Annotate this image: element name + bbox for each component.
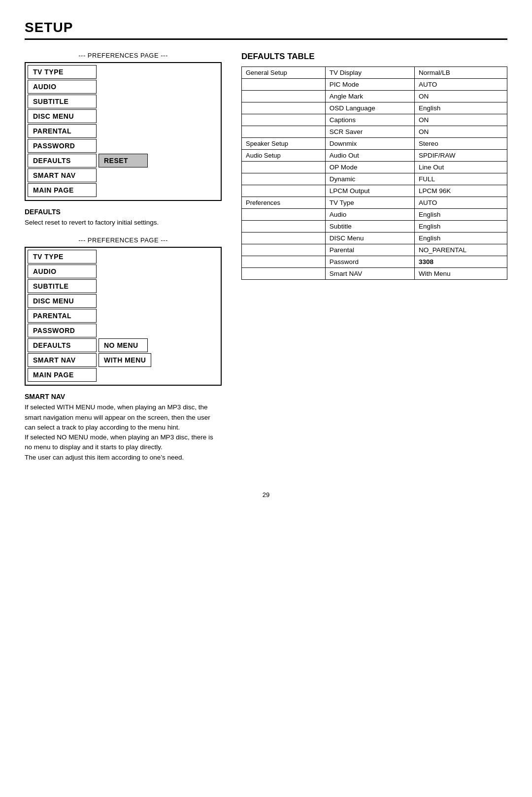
defaults-title: DEFAULTS — [25, 208, 222, 216]
table-cell-item: OSD Language — [325, 102, 414, 114]
table-cell-item: Parental — [325, 244, 414, 256]
menu-box-1: TV TYPE AUDIO SUBTITLE DISC MENU PARENTA… — [25, 62, 222, 201]
table-row: OP ModeLine Out — [242, 162, 507, 173]
table-cell-value: English — [415, 102, 507, 114]
with-menu-button[interactable]: WITH MENU — [99, 353, 151, 367]
table-cell-value: FULL — [415, 173, 507, 185]
table-cell-value: With Menu — [415, 268, 507, 280]
table-row: Password3308 — [242, 256, 507, 268]
table-cell-section — [242, 268, 326, 280]
menu-row-main-page-1: MAIN PAGE — [28, 183, 219, 197]
table-cell-section — [242, 126, 326, 138]
table-cell-section — [242, 91, 326, 102]
menu-item-tv-type[interactable]: TV TYPE — [28, 65, 97, 79]
menu-item-smart-nav-1[interactable]: SMART NAV — [28, 168, 97, 182]
defaults-text: Select reset to revert to factory initia… — [25, 218, 222, 228]
table-row: OSD LanguageEnglish — [242, 102, 507, 114]
table-cell-section — [242, 244, 326, 256]
table-row: PreferencesTV TypeAUTO — [242, 197, 507, 209]
smart-nav-title: SMART NAV — [25, 393, 222, 400]
menu-item-subtitle[interactable]: SUBTITLE — [28, 95, 97, 108]
menu-row-parental: PARENTAL — [28, 124, 219, 138]
menu-item-defaults-2[interactable]: DEFAULTS — [28, 338, 97, 352]
menu-row-defaults-2: DEFAULTS NO MENU — [28, 338, 219, 352]
table-cell-item: DISC Menu — [325, 232, 414, 244]
table-cell-value: ON — [415, 91, 507, 102]
table-row: AudioEnglish — [242, 209, 507, 221]
menu-item-smart-nav-2[interactable]: SMART NAV — [28, 353, 97, 367]
table-cell-value: AUTO — [415, 197, 507, 209]
table-row: LPCM OutputLPCM 96K — [242, 185, 507, 197]
defaults-table: General SetupTV DisplayNormal/LBPIC Mode… — [241, 66, 507, 280]
table-cell-section: Speaker Setup — [242, 138, 326, 150]
table-row: ParentalNO_PARENTAL — [242, 244, 507, 256]
table-cell-section: Preferences — [242, 197, 326, 209]
table-cell-value: ON — [415, 114, 507, 126]
table-row: General SetupTV DisplayNormal/LB — [242, 67, 507, 79]
table-cell-section — [242, 256, 326, 268]
page-title: SETUP — [25, 20, 507, 40]
table-row: PIC ModeAUTO — [242, 79, 507, 91]
table-cell-section: Audio Setup — [242, 150, 326, 162]
menu-row-password: PASSWORD — [28, 139, 219, 153]
table-cell-item: PIC Mode — [325, 79, 414, 91]
menu-item-parental[interactable]: PARENTAL — [28, 124, 97, 138]
table-cell-section — [242, 209, 326, 221]
menu-item-password[interactable]: PASSWORD — [28, 139, 97, 153]
left-column: --- PREFERENCES PAGE --- TV TYPE AUDIO S… — [25, 52, 222, 471]
table-cell-value: ON — [415, 126, 507, 138]
table-cell-item: SCR Saver — [325, 126, 414, 138]
table-cell-section — [242, 114, 326, 126]
menu-row-defaults: DEFAULTS RESET — [28, 154, 219, 167]
menu-row-disc-menu-2: DISC MENU — [28, 294, 219, 308]
menu-row-subtitle-2: SUBTITLE — [28, 279, 219, 293]
table-row: Angle MarkON — [242, 91, 507, 102]
table-row: Speaker SetupDownmixStereo — [242, 138, 507, 150]
menu-item-main-page-2[interactable]: MAIN PAGE — [28, 368, 97, 382]
table-cell-section — [242, 162, 326, 173]
table-cell-value: Normal/LB — [415, 67, 507, 79]
defaults-description: DEFAULTS Select reset to revert to facto… — [25, 208, 222, 228]
reset-button[interactable]: RESET — [99, 154, 148, 167]
menu-row-main-page-2: MAIN PAGE — [28, 368, 219, 382]
table-cell-value: AUTO — [415, 79, 507, 91]
menu-item-main-page-1[interactable]: MAIN PAGE — [28, 183, 97, 197]
menu-item-disc-menu[interactable]: DISC MENU — [28, 109, 97, 123]
table-cell-item: Dynamic — [325, 173, 414, 185]
table-cell-value: 3308 — [415, 256, 507, 268]
menu-row-tv-type: TV TYPE — [28, 65, 219, 79]
menu-item-tv-type-2[interactable]: TV TYPE — [28, 250, 97, 264]
table-row: Audio SetupAudio OutSPDIF/RAW — [242, 150, 507, 162]
table-cell-item: Captions — [325, 114, 414, 126]
no-menu-button[interactable]: NO MENU — [99, 338, 148, 352]
table-cell-item: Audio Out — [325, 150, 414, 162]
defaults-table-title: DEFAULTS TABLE — [241, 52, 507, 62]
menu-row-disc-menu: DISC MENU — [28, 109, 219, 123]
table-cell-value: NO_PARENTAL — [415, 244, 507, 256]
table-row: SCR SaverON — [242, 126, 507, 138]
table-cell-value: Stereo — [415, 138, 507, 150]
menu-box-2: TV TYPE AUDIO SUBTITLE DISC MENU PARENTA… — [25, 247, 222, 386]
menu-item-audio-2[interactable]: AUDIO — [28, 265, 97, 278]
table-row: CaptionsON — [242, 114, 507, 126]
page-number: 29 — [25, 491, 507, 498]
table-row: DISC MenuEnglish — [242, 232, 507, 244]
table-cell-section: General Setup — [242, 67, 326, 79]
table-cell-item: Subtitle — [325, 221, 414, 232]
table-cell-value: English — [415, 221, 507, 232]
menu-item-audio[interactable]: AUDIO — [28, 80, 97, 94]
menu-row-smart-nav-2: SMART NAV WITH MENU — [28, 353, 219, 367]
table-cell-item: TV Type — [325, 197, 414, 209]
table-cell-value: Line Out — [415, 162, 507, 173]
menu-item-parental-2[interactable]: PARENTAL — [28, 309, 97, 323]
right-column: DEFAULTS TABLE General SetupTV DisplayNo… — [241, 52, 507, 280]
smart-nav-text: If selected WITH MENU mode, when playing… — [25, 402, 222, 463]
menu-row-audio-2: AUDIO — [28, 265, 219, 278]
table-cell-section — [242, 232, 326, 244]
pref-label-1: --- PREFERENCES PAGE --- — [25, 52, 222, 59]
menu-item-defaults[interactable]: DEFAULTS — [28, 154, 97, 167]
menu-item-password-2[interactable]: PASSWORD — [28, 324, 97, 337]
menu-item-subtitle-2[interactable]: SUBTITLE — [28, 279, 97, 293]
table-cell-value: SPDIF/RAW — [415, 150, 507, 162]
menu-item-disc-menu-2[interactable]: DISC MENU — [28, 294, 97, 308]
